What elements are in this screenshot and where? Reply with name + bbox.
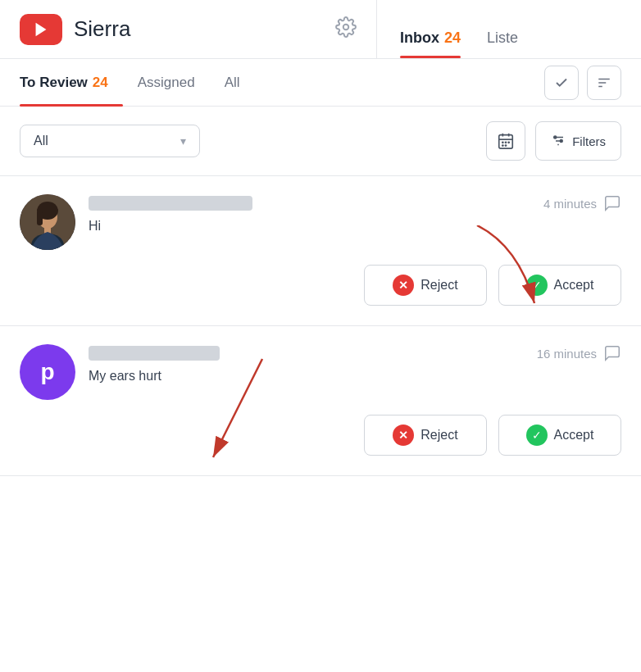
app-header: Sierra Inbox24 Liste xyxy=(0,0,641,59)
chat-icon-2 xyxy=(603,344,621,362)
filter-actions: Filters xyxy=(486,121,621,161)
conv-body-1: 4 minutes Hi xyxy=(89,194,621,234)
app-name: Sierra xyxy=(74,16,130,42)
reject-icon-1: ✕ xyxy=(393,275,414,296)
play-icon xyxy=(32,20,50,39)
reject-button-2[interactable]: ✕ Reject xyxy=(364,415,487,456)
reject-button-1[interactable]: ✕ Reject xyxy=(364,265,487,306)
sub-tab-all[interactable]: All xyxy=(225,59,255,107)
svg-point-17 xyxy=(554,136,557,138)
chat-icon-1 xyxy=(603,194,621,212)
conv-name-row-2: 16 minutes xyxy=(89,344,621,362)
reject-icon-2: ✕ xyxy=(393,425,414,446)
conv-header-1: 4 minutes Hi xyxy=(20,194,621,250)
conv-actions-1: ✕ Reject ✓ Accept xyxy=(20,265,621,306)
svg-marker-0 xyxy=(36,22,47,36)
nav-tab-listen[interactable]: Liste xyxy=(487,30,518,58)
conv-body-2: 16 minutes My ears hurt xyxy=(89,344,621,384)
sub-tab-assigned[interactable]: Assigned xyxy=(138,59,210,107)
sub-tabs: To Review 24 Assigned All xyxy=(0,59,641,107)
conversation-item-2: p 16 minutes My ears hurt ✕ xyxy=(0,326,641,476)
accept-button-1[interactable]: ✓ Accept xyxy=(498,265,621,306)
conv-message-2: My ears hurt xyxy=(89,369,621,384)
conv-header-2: p 16 minutes My ears hurt xyxy=(20,344,621,400)
avatar-1 xyxy=(20,194,75,250)
settings-icon[interactable] xyxy=(335,16,357,43)
sub-tab-to-review[interactable]: To Review 24 xyxy=(20,59,123,107)
svg-rect-22 xyxy=(37,211,43,225)
conv-time-row-2: 16 minutes xyxy=(537,344,621,362)
header-left: Sierra xyxy=(0,0,377,58)
svg-point-18 xyxy=(560,140,562,143)
conv-time-1: 4 minutes xyxy=(543,197,597,211)
filter-row: All ▾ Filters xyxy=(0,107,641,176)
accept-button-2[interactable]: ✓ Accept xyxy=(498,415,621,456)
conversation-item-1: 4 minutes Hi ✕ Reject ✓ Accept xyxy=(0,176,641,326)
chevron-down-icon: ▾ xyxy=(180,134,186,148)
conv-name-row-1: 4 minutes xyxy=(89,194,621,212)
accept-icon-1: ✓ xyxy=(526,275,548,296)
conv-actions-2: ✕ Reject ✓ Accept xyxy=(20,415,621,456)
nav-tab-inbox[interactable]: Inbox24 xyxy=(400,30,461,58)
sort-button[interactable] xyxy=(587,66,621,100)
conv-time-2: 16 minutes xyxy=(537,347,597,361)
person-silhouette-icon xyxy=(20,194,75,250)
nav-tabs: Inbox24 Liste xyxy=(377,0,541,58)
conv-name-1 xyxy=(89,196,252,211)
conv-message-1: Hi xyxy=(89,219,621,234)
app-logo xyxy=(20,14,62,45)
sub-tabs-actions xyxy=(544,66,621,100)
avatar-2: p xyxy=(20,344,75,400)
svg-point-1 xyxy=(343,24,349,30)
check-button[interactable] xyxy=(544,66,579,100)
conv-time-row-1: 4 minutes xyxy=(543,194,621,212)
conv-name-2 xyxy=(89,346,220,361)
accept-icon-2: ✓ xyxy=(526,425,548,446)
filters-button[interactable]: Filters xyxy=(535,121,621,161)
calendar-button[interactable] xyxy=(486,121,525,161)
category-dropdown[interactable]: All ▾ xyxy=(20,125,200,157)
